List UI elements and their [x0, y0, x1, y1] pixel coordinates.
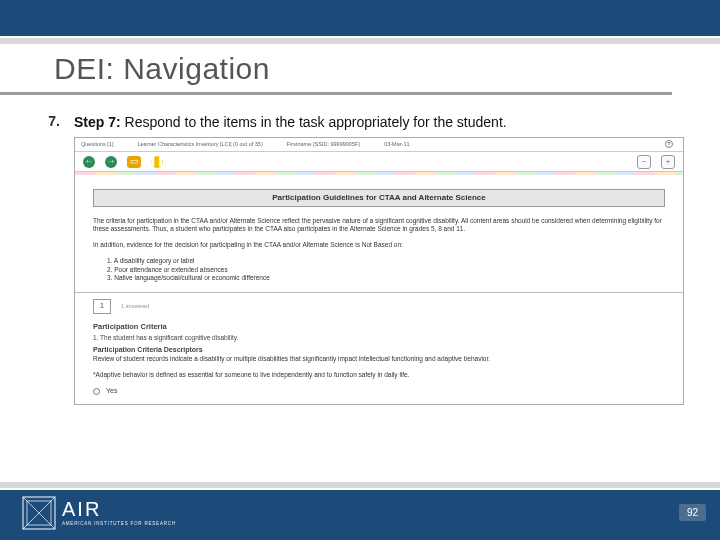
criteria-title: Participation Criteria [93, 322, 665, 331]
step-row: 7. Step 7: Respond to the items in the t… [42, 113, 684, 405]
top-navy-bar [0, 0, 720, 36]
answer-yes-label: Yes [106, 387, 117, 396]
toolbar-right: － ＋ [637, 155, 675, 169]
screenshot-toolbar: ← → ▭ ❚❚ － ＋ [75, 152, 683, 172]
step-desc: Respond to the items in the task appropr… [121, 114, 507, 130]
step-number: 7. [42, 113, 60, 405]
criteria-descriptors-title: Participation Criteria Descriptors [93, 346, 665, 355]
criteria-line: 1. The student has a significant cogniti… [93, 334, 665, 342]
guidelines-banner: Participation Guidelines for CTAA and Al… [93, 189, 665, 207]
criteria-descriptor-2: *Adaptive behavior is defined as essenti… [93, 371, 665, 379]
logo-main-text: AIR [62, 499, 176, 519]
forward-icon[interactable]: → [105, 156, 117, 168]
screenshot-header: Questions [1] Learner Characteristics In… [75, 138, 683, 152]
date-label: 03-Mar-11 [384, 141, 409, 148]
logo-sub-text: AMERICAN INSTITUTES FOR RESEARCH [62, 522, 176, 527]
step-label: Step 7: [74, 114, 121, 130]
logo: AIR AMERICAN INSTITUTES FOR RESEARCH [22, 496, 176, 530]
questions-label: Questions [1] [81, 141, 113, 148]
question-number-box: 1 [93, 299, 111, 314]
list-item: 1. A disability category or label [107, 257, 665, 265]
footer-grey-bar [0, 482, 720, 488]
criteria-descriptor-1: Review of student records indicate a dis… [93, 355, 665, 363]
embedded-screenshot: Questions [1] Learner Characteristics In… [74, 137, 684, 405]
body-area: 7. Step 7: Respond to the items in the t… [0, 95, 720, 405]
save-icon[interactable]: ▭ [127, 156, 141, 168]
step-text: Step 7: Respond to the items in the task… [74, 113, 684, 405]
paragraph-1: The criteria for participation in the CT… [93, 217, 665, 233]
help-icon[interactable]: ? [665, 140, 673, 148]
title-area: DEI: Navigation [0, 44, 672, 95]
logo-text: AIR AMERICAN INSTITUTES FOR RESEARCH [62, 499, 176, 527]
list-item: 2. Poor attendance or extended absences [107, 266, 665, 274]
not-based-on-list: 1. A disability category or label 2. Poo… [93, 257, 665, 281]
paragraph-2: In addition, evidence for the decision f… [93, 241, 665, 249]
page-title: DEI: Navigation [54, 52, 672, 86]
radio-icon[interactable] [93, 388, 100, 395]
answer-row: Yes [93, 387, 665, 396]
back-icon[interactable]: ← [83, 156, 95, 168]
firstname-label: Firstname (SSID: 99999005F) [287, 141, 360, 148]
answered-label: 1 answered [121, 303, 149, 310]
logo-mark-icon [22, 496, 56, 530]
footer: AIR AMERICAN INSTITUTES FOR RESEARCH 92 [0, 482, 720, 540]
zoom-in-icon[interactable]: ＋ [661, 155, 675, 169]
zoom-out-icon[interactable]: － [637, 155, 651, 169]
screenshot-content: Participation Guidelines for CTAA and Al… [75, 175, 683, 404]
list-item: 3. Native language/social/cultural or ec… [107, 274, 665, 282]
color-divider [75, 172, 683, 175]
page-number: 92 [679, 504, 706, 521]
inventory-label: Learner Characteristics Inventory [LCI] … [137, 141, 262, 148]
pause-icon[interactable]: ❚❚ [151, 156, 163, 168]
